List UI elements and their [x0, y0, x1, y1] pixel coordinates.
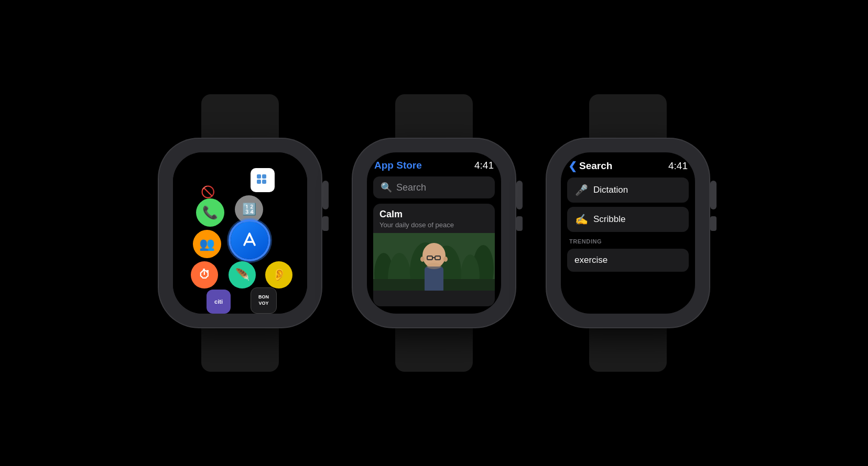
app-icon-grid[interactable] — [251, 168, 275, 192]
watch-screen-1: 🚫 📞 🔢 👥 — [173, 152, 307, 314]
search-icon: 🔍 — [381, 182, 392, 193]
watch-body-3: ❮ Search 4:41 🎤 Dictation ✍️ Scribble — [547, 139, 709, 327]
search-time: 4:41 — [668, 160, 688, 172]
search-placeholder-text: Search — [396, 182, 426, 193]
microphone-icon: 🎤 — [574, 184, 588, 196]
scribble-option[interactable]: ✍️ Scribble — [567, 207, 689, 232]
calm-subtitle: Your daily dose of peace — [379, 221, 489, 229]
back-group: ❮ Search — [568, 160, 612, 172]
watch-screen-2: App Store 4:41 🔍 Search Calm Your daily … — [367, 152, 501, 314]
exercise-trending-item[interactable]: exercise — [567, 249, 689, 272]
band-top-1 — [201, 94, 279, 139]
exercise-label: exercise — [574, 255, 607, 265]
watch-3: ❮ Search 4:41 🎤 Dictation ✍️ Scribble — [547, 94, 709, 372]
search-screen: ❮ Search 4:41 🎤 Dictation ✍️ Scribble — [561, 152, 695, 314]
svg-rect-2 — [257, 180, 261, 184]
band-top-2 — [395, 94, 473, 139]
watch-2: App Store 4:41 🔍 Search Calm Your daily … — [353, 94, 515, 372]
watch-body-1: 🚫 📞 🔢 👥 — [159, 139, 321, 327]
app-icon-no-entry: 🚫 — [200, 185, 215, 199]
band-bottom-2 — [395, 327, 473, 372]
appstore-header: App Store 4:41 — [373, 160, 495, 171]
app-icon-phone[interactable]: 📞 — [196, 198, 224, 227]
calm-card-text: Calm Your daily dose of peace — [373, 204, 495, 233]
band-top-3 — [589, 94, 667, 139]
appstore-time: 4:41 — [474, 160, 494, 171]
watch-body-2: App Store 4:41 🔍 Search Calm Your daily … — [353, 139, 515, 327]
dictation-option[interactable]: 🎤 Dictation — [567, 177, 689, 203]
appstore-screen: App Store 4:41 🔍 Search Calm Your daily … — [367, 152, 501, 314]
watch-1: 🚫 📞 🔢 👥 — [159, 94, 321, 372]
dictation-label: Dictation — [593, 185, 628, 195]
app-icon-robinhood[interactable]: 🪶 — [229, 261, 256, 289]
watch-crown-2 — [516, 181, 523, 209]
app-icon-marriott[interactable]: BONVOY — [251, 287, 277, 314]
back-chevron-icon[interactable]: ❮ — [568, 160, 577, 172]
watch-screen-3: ❮ Search 4:41 🎤 Dictation ✍️ Scribble — [561, 152, 695, 314]
watch-button-3 — [710, 216, 717, 231]
watches-container: 🚫 📞 🔢 👥 — [0, 0, 868, 466]
watch-button-1 — [322, 216, 329, 231]
svg-point-17 — [420, 257, 425, 262]
app-icon-hearing[interactable]: 👂 — [265, 261, 292, 289]
search-header-title: Search — [579, 160, 612, 172]
band-bottom-3 — [589, 327, 667, 372]
calm-card[interactable]: Calm Your daily dose of peace — [373, 204, 495, 306]
watch-button-2 — [516, 216, 523, 231]
search-bar[interactable]: 🔍 Search — [373, 176, 495, 198]
app-icon-citi[interactable]: citi — [207, 290, 231, 314]
svg-rect-3 — [262, 180, 266, 184]
search-header: ❮ Search 4:41 — [567, 160, 689, 172]
watch-crown-3 — [710, 181, 717, 209]
svg-rect-13 — [425, 267, 443, 291]
calm-image — [373, 233, 495, 291]
svg-rect-1 — [262, 174, 266, 179]
svg-point-19 — [427, 263, 441, 269]
scribble-icon: ✍️ — [574, 213, 588, 226]
trending-label: TRENDING — [567, 238, 689, 245]
app-icon-calculator[interactable]: 🔢 — [235, 195, 263, 224]
app-grid: 🚫 📞 🔢 👥 — [173, 152, 307, 314]
scribble-label: Scribble — [593, 214, 625, 225]
svg-point-18 — [443, 257, 448, 262]
app-icon-app-store[interactable] — [231, 221, 268, 259]
appstore-title: App Store — [374, 160, 422, 171]
calm-title: Calm — [379, 209, 489, 220]
app-icon-timer[interactable]: ⏱ — [191, 261, 218, 289]
svg-rect-0 — [257, 174, 261, 179]
watch-crown-1 — [322, 181, 329, 209]
band-bottom-1 — [201, 327, 279, 372]
app-icon-find-my[interactable]: 👥 — [193, 230, 221, 258]
